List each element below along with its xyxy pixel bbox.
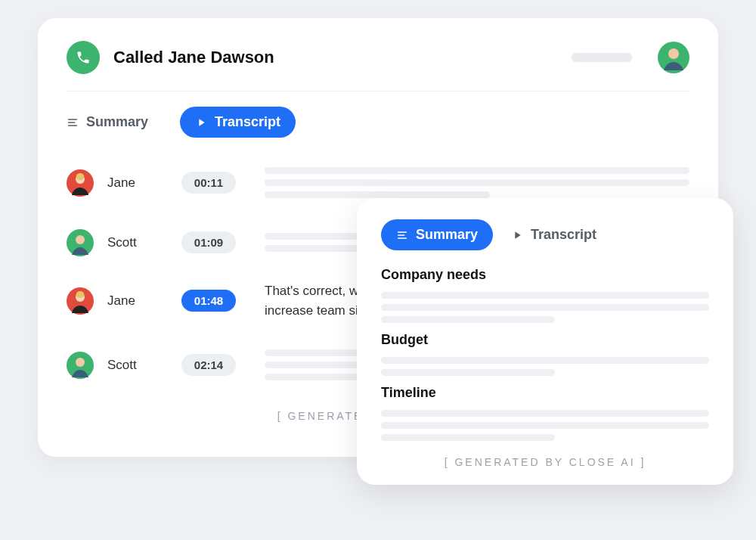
speaker-avatar-jane — [67, 287, 94, 315]
overlay-tab-summary-label: Summary — [416, 227, 478, 243]
speaker-avatar-jane — [67, 169, 94, 197]
play-icon — [511, 229, 523, 241]
overlay-tab-summary[interactable]: Summary — [381, 219, 493, 250]
summary-section: Company needs — [381, 267, 709, 323]
card-header: Called Jane Dawson — [67, 41, 689, 74]
tab-transcript[interactable]: Transcript — [180, 107, 296, 138]
svg-point-8 — [76, 235, 85, 244]
generated-by-footer: [ GENERATED BY CLOSE AI ] — [381, 456, 709, 468]
summary-section: Budget — [381, 332, 709, 376]
list-icon — [396, 229, 408, 241]
speaker-name: Scott — [107, 358, 168, 373]
speaker-avatar-scott — [67, 229, 94, 256]
header-placeholder — [572, 53, 632, 62]
divider — [67, 91, 689, 92]
transcript-lines — [249, 162, 689, 203]
speaker-name: Jane — [107, 175, 168, 191]
play-icon — [195, 116, 207, 129]
list-icon — [67, 116, 79, 129]
main-tabs: Summary Transcript — [67, 107, 689, 138]
svg-point-1 — [668, 48, 679, 59]
timestamp-pill-active[interactable]: 01:48 — [181, 290, 236, 312]
transcript-row: Jane 00:11 — [67, 162, 689, 203]
overlay-tab-transcript-label: Transcript — [531, 227, 596, 243]
svg-point-12 — [76, 358, 85, 367]
phone-icon — [67, 41, 100, 74]
section-placeholder-lines — [381, 357, 709, 376]
speaker-name: Jane — [107, 293, 168, 309]
timestamp-pill[interactable]: 02:14 — [181, 354, 236, 376]
section-placeholder-lines — [381, 410, 709, 441]
user-avatar[interactable] — [658, 42, 689, 73]
section-placeholder-lines — [381, 292, 709, 323]
timestamp-pill[interactable]: 01:09 — [181, 231, 236, 253]
speaker-name: Scott — [107, 235, 168, 250]
overlay-tab-transcript[interactable]: Transcript — [511, 219, 612, 250]
overlay-tabs: Summary Transcript — [381, 219, 709, 250]
tab-summary[interactable]: Summary — [67, 107, 163, 138]
section-title: Budget — [381, 332, 709, 348]
section-title: Company needs — [381, 267, 709, 283]
timestamp-pill[interactable]: 00:11 — [181, 172, 236, 194]
section-title: Timeline — [381, 385, 709, 401]
summary-section: Timeline — [381, 385, 709, 441]
summary-card: Summary Transcript Company needs Budget … — [357, 198, 733, 485]
speaker-avatar-scott — [67, 352, 94, 379]
tab-summary-label: Summary — [86, 114, 148, 130]
call-title: Called Jane Dawson — [113, 48, 558, 67]
tab-transcript-label: Transcript — [215, 114, 280, 130]
